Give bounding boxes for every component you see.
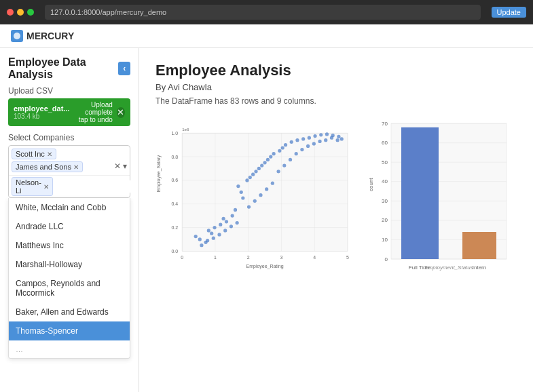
svg-point-79 — [324, 138, 327, 142]
url-text: 127.0.0.1:8000/app/mercury_demo — [50, 8, 166, 16]
upload-file-info: employee_dat... 103.4 kb — [14, 104, 70, 120]
dropdown-item-baker[interactable]: Baker, Allen and Edwards — [9, 302, 130, 321]
maximize-dot[interactable] — [27, 9, 34, 16]
svg-point-38 — [231, 214, 234, 218]
dropdown-item-matthews[interactable]: Matthews Inc — [9, 236, 130, 255]
close-dot[interactable] — [7, 9, 14, 16]
upload-filename: employee_dat... — [14, 104, 70, 113]
svg-text:40: 40 — [382, 178, 388, 184]
svg-point-74 — [295, 152, 298, 155]
svg-text:0.6: 0.6 — [171, 178, 178, 182]
tag-nelson-li-label: Nelson-Li — [16, 178, 41, 195]
dropdown-item-johnson[interactable]: … — [9, 340, 130, 358]
dropdown-toggle-icon[interactable]: ▾ — [123, 161, 127, 172]
svg-text:Employment_Status: Employment_Status — [424, 264, 473, 271]
dropdown-item-campos[interactable]: Campos, Reynolds and Mccormick — [9, 274, 130, 302]
svg-point-43 — [251, 173, 255, 176]
selected-tags: Scott Inc ✕ James and Sons ✕ ✕ ▾ — [9, 146, 130, 176]
multi-select-container[interactable]: Scott Inc ✕ James and Sons ✕ ✕ ▾ Nelson-… — [8, 145, 130, 198]
bar-svg: 70 60 50 40 30 20 10 0 count — [367, 117, 517, 279]
minimize-dot[interactable] — [17, 9, 24, 16]
tag-nelson-li[interactable]: Nelson-Li ✕ — [12, 177, 53, 196]
svg-rect-1 — [182, 133, 348, 251]
svg-text:10: 10 — [382, 237, 388, 243]
upload-substatus: tap to undo — [74, 116, 113, 123]
update-button[interactable]: Update — [492, 7, 526, 18]
svg-point-47 — [263, 161, 266, 164]
select-companies-label: Select Companies — [8, 133, 130, 142]
svg-rect-108 — [462, 232, 496, 259]
collapse-button[interactable]: ‹ — [118, 62, 130, 75]
svg-point-76 — [306, 144, 310, 148]
svg-text:0: 0 — [385, 256, 388, 262]
svg-point-39 — [236, 184, 240, 188]
svg-point-81 — [336, 138, 339, 142]
upload-close-icon[interactable]: ✕ — [117, 107, 125, 118]
address-bar[interactable]: 127.0.0.1:8000/app/mercury_demo — [45, 5, 481, 20]
svg-text:count: count — [368, 178, 374, 191]
svg-point-69 — [265, 187, 268, 191]
svg-point-45 — [257, 167, 261, 170]
svg-point-34 — [213, 226, 216, 229]
svg-point-56 — [301, 137, 305, 140]
svg-text:0: 0 — [181, 255, 183, 260]
upload-label: Upload CSV — [8, 86, 130, 96]
svg-point-71 — [276, 170, 280, 173]
dropdown-list: White, Mcclain and Cobb Andrade LLC Matt… — [8, 198, 130, 359]
svg-point-60 — [325, 132, 329, 136]
svg-point-86 — [223, 229, 227, 232]
svg-point-29 — [194, 235, 198, 238]
company-search-input[interactable] — [56, 180, 139, 193]
logo-svg — [13, 32, 21, 40]
svg-point-66 — [247, 205, 251, 208]
logo-text: MERCURY — [26, 31, 74, 41]
svg-text:0.2: 0.2 — [171, 225, 178, 230]
svg-text:3: 3 — [280, 255, 282, 260]
svg-point-70 — [271, 182, 274, 185]
browser-actions: Update — [492, 7, 526, 18]
svg-point-57 — [308, 136, 311, 140]
svg-point-41 — [245, 178, 249, 182]
svg-text:20: 20 — [382, 217, 388, 223]
svg-point-72 — [282, 164, 286, 168]
svg-point-55 — [295, 138, 299, 142]
dropdown-item-white-mcclain[interactable]: White, Mcclain and Cobb — [9, 198, 130, 217]
svg-point-33 — [207, 229, 210, 232]
dropdown-clear-icon[interactable]: ✕ — [114, 161, 121, 172]
svg-text:Intern: Intern — [473, 264, 486, 271]
svg-text:0.0: 0.0 — [171, 249, 178, 254]
svg-point-52 — [281, 146, 284, 149]
dropdown-item-marshall[interactable]: Marshall-Holloway — [9, 255, 130, 274]
dropdown-item-andrade[interactable]: Andrade LLC — [9, 217, 130, 236]
sidebar-title-row: Employee Data Analysis ‹ — [8, 56, 130, 81]
svg-text:1e6: 1e6 — [182, 127, 189, 132]
svg-point-87 — [229, 224, 233, 228]
upload-status-text: Upload complete — [74, 101, 113, 116]
author-text: By Avi Chawla — [155, 82, 517, 92]
browser-chrome: 127.0.0.1:8000/app/mercury_demo Update — [0, 0, 533, 24]
upload-status: Upload complete tap to undo — [74, 101, 113, 123]
upload-widget[interactable]: employee_dat... 103.4 kb Upload complete… — [8, 98, 130, 126]
svg-point-62 — [337, 135, 340, 138]
svg-point-54 — [290, 140, 293, 144]
tag-scott-inc-close[interactable]: ✕ — [47, 151, 52, 158]
tag-scott-inc[interactable]: Scott Inc ✕ — [12, 149, 56, 159]
charts-row: 1.0 0.8 0.6 0.4 0.2 0.0 0 1 2 3 4 5 — [155, 117, 517, 281]
scatter-svg: 1.0 0.8 0.6 0.4 0.2 0.0 0 1 2 3 4 5 — [155, 117, 356, 279]
tag-james-sons-close[interactable]: ✕ — [73, 163, 79, 171]
svg-point-36 — [225, 220, 228, 223]
tag-james-sons-label: James and Sons — [16, 163, 71, 171]
logo-icon — [11, 30, 23, 42]
svg-text:0.8: 0.8 — [171, 155, 178, 159]
upload-size: 103.4 kb — [14, 113, 70, 120]
mercury-logo: MERCURY — [11, 30, 74, 42]
svg-point-0 — [14, 33, 20, 39]
svg-point-77 — [312, 142, 316, 145]
svg-point-30 — [198, 237, 202, 241]
app-container: MERCURY Employee Data Analysis ‹ Upload … — [0, 24, 533, 392]
tag-nelson-li-close[interactable]: ✕ — [43, 183, 49, 191]
tag-james-sons[interactable]: James and Sons ✕ — [12, 161, 83, 172]
sidebar-title-text: Employee Data Analysis — [8, 56, 118, 81]
svg-point-40 — [240, 191, 243, 194]
dropdown-item-thomas-spencer[interactable]: Thomas-Spencer — [9, 321, 130, 340]
